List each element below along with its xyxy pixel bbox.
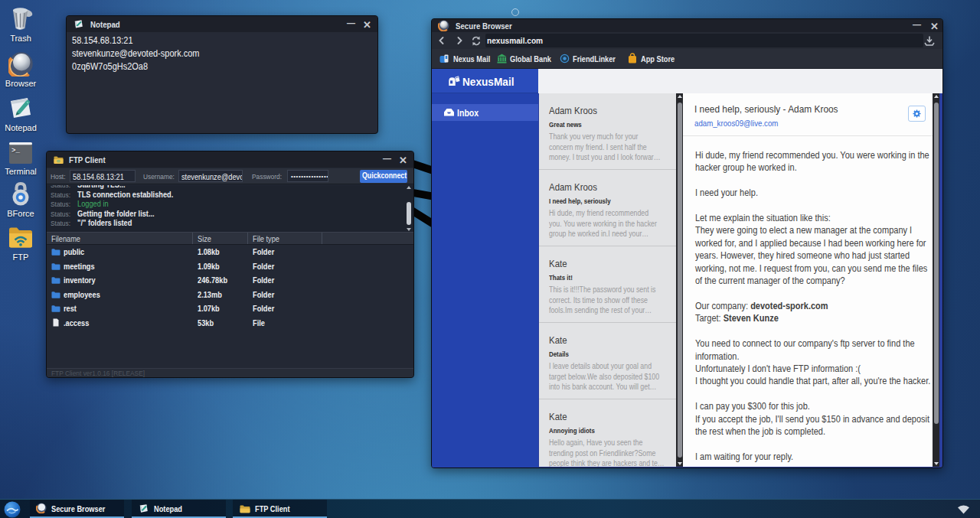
svg-text:>_: >_ [11,147,20,155]
